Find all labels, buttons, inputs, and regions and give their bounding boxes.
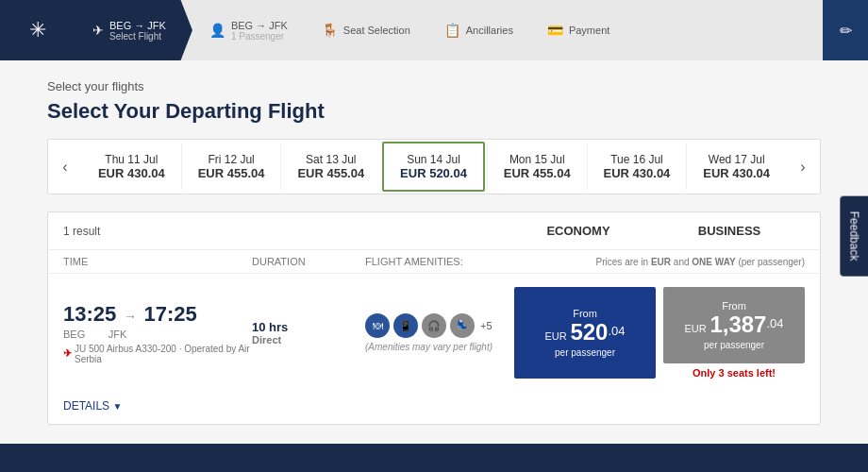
date-price-0: EUR 430.04 [90,166,174,180]
feedback-label: Feedback [848,211,861,261]
logo: ✳ [0,0,75,60]
main-content: Select your flights Select Your Departin… [0,60,868,444]
business-from-label: From [673,300,795,312]
footer: Book My trips Check-in Explore Flight sc… [0,444,868,472]
ancillaries-icon: 📋 [444,23,460,38]
date-price-5: EUR 430.04 [595,166,679,180]
date-carousel: ‹ Thu 11 Jul EUR 430.04 Fri 12 Jul EUR 4… [47,139,821,194]
date-price-4: EUR 455.04 [495,166,579,180]
price-note: Prices are in EUR and ONE WAY (per passe… [596,257,805,267]
date-day-5: Tue 16 Jul [595,153,679,166]
business-eur-label: EUR [684,323,706,334]
step-passengers[interactable]: 👤 BEG → JFK 1 Passenger [192,0,305,60]
step-payment[interactable]: 💳 Payment [530,0,626,60]
air-serbia-logo: ✈ [63,347,72,360]
business-price-main: 1,387 [709,312,766,337]
depart-time: 13:25 [63,302,116,326]
arrow-icon: → [124,309,137,324]
amenity-icon-3: 💺 [450,313,475,338]
feedback-tab[interactable]: Feedback [841,196,868,277]
date-price-1: EUR 455.04 [190,166,274,180]
seat-icon: 🪑 [322,23,338,38]
flight-info: JU 500 Airbus A330-200 · Operated by Air… [75,344,252,364]
step-ancillaries[interactable]: 📋 Ancillaries [427,0,530,60]
economy-per-pax: per passenger [524,347,646,358]
amenity-icon-1: 📱 [393,313,418,338]
details-row[interactable]: DETAILS ▼ [48,392,820,424]
logo-icon: ✳ [29,18,46,42]
date-item-2[interactable]: Sat 13 Jul EUR 455.04 [280,143,380,190]
date-price-2: EUR 455.04 [289,166,373,180]
step-select-flight[interactable]: ✈ BEG → JFK Select Flight [75,0,192,60]
top-navigation: ✳ ✈ BEG → JFK Select Flight 👤 BEG → JFK … [0,0,868,60]
details-label: DETAILS [63,399,109,413]
date-day-0: Thu 11 Jul [90,153,174,166]
date-day-3: Sun 14 Jul [392,153,476,166]
results-area: 1 result ECONOMY BUSINESS TIME DURATION … [47,211,821,425]
amenities-col-header: FLIGHT AMENITIES: [365,256,596,267]
edit-button[interactable]: ✏ [823,0,868,60]
flight-stops: Direct [252,334,365,346]
business-class-label: BUSINESS [654,224,805,238]
date-price-6: EUR 430.04 [694,166,778,180]
date-price-3: EUR 520.04 [392,166,476,180]
arrive-time: 17:25 [144,302,197,326]
duration-time: 10 hrs [252,320,365,334]
price-buttons: From EUR 520.04 per passenger From EUR 1… [514,287,805,379]
ancillaries-label: Ancillaries [466,25,513,36]
passengers-label: BEG → JFK [231,20,288,31]
date-item-1[interactable]: Fri 12 Jul EUR 455.04 [181,143,281,190]
plane-icon: ✈ [92,23,104,38]
time-col-header: TIME [63,256,252,267]
pencil-icon: ✏ [840,22,852,40]
results-subheader: TIME DURATION FLIGHT AMENITIES: Prices a… [48,250,820,274]
flight-amenities: 🍽 📱 🎧 💺 +5 (Amenities may vary per fligh… [365,313,514,352]
date-item-3[interactable]: Sun 14 Jul EUR 520.04 [382,142,485,192]
date-item-5[interactable]: Tue 16 Jul EUR 430.04 [587,143,687,190]
flight-times: 13:25 → 17:25 BEG JFK ✈ JU 500 Airbus A3… [63,302,252,364]
date-day-6: Wed 17 Jul [694,153,778,166]
flight-airline: ✈ JU 500 Airbus A330-200 · Operated by A… [63,344,252,364]
date-item-0[interactable]: Thu 11 Jul EUR 430.04 [82,143,181,190]
arrive-airport: JFK [108,329,127,340]
passengers-count: 1 Passenger [231,31,288,42]
amenity-icon-0: 🍽 [365,313,390,338]
flight-duration: 10 hrs Direct [252,320,365,346]
economy-eur-label: EUR [544,330,566,342]
step-seat-selection[interactable]: 🪑 Seat Selection [305,0,427,60]
business-price-button[interactable]: From EUR 1,387.04 per passenger [663,287,805,363]
date-day-2: Sat 13 Jul [289,153,373,166]
price-area: From EUR 520.04 per passenger From EUR 1… [514,287,805,379]
depart-airport: BEG [63,329,85,340]
passengers-icon: 👤 [209,23,225,38]
steps-bar: ✈ BEG → JFK Select Flight 👤 BEG → JFK 1 … [75,0,823,60]
payment-label: Payment [569,25,609,36]
select-flights-label: Select your flights [47,79,821,93]
amenity-note: (Amenities may vary per flight) [365,342,514,352]
economy-price-cents: .04 [608,324,625,338]
amenity-more: +5 [480,320,492,331]
date-item-4[interactable]: Mon 15 Jul EUR 455.04 [487,143,587,190]
payment-icon: 💳 [547,23,563,38]
date-day-1: Fri 12 Jul [190,153,274,166]
economy-price-main: 520 [570,319,608,345]
economy-class-label: ECONOMY [503,224,654,238]
step-sublabel: Select Flight [109,31,166,42]
seat-label: Seat Selection [343,25,410,36]
departing-title: Select Your Departing Flight [47,99,821,124]
date-item-6[interactable]: Wed 17 Jul EUR 430.04 [686,143,786,190]
duration-col-header: DURATION [252,256,365,267]
amenity-icon-2: 🎧 [422,313,446,338]
business-per-pax: per passenger [673,340,795,350]
results-count: 1 result [63,225,503,238]
economy-price-button[interactable]: From EUR 520.04 per passenger [514,287,656,379]
details-arrow-icon: ▼ [112,401,122,412]
carousel-prev-button[interactable]: ‹ [48,141,82,194]
seats-left: Only 3 seats left! [693,367,776,379]
results-header: 1 result ECONOMY BUSINESS [48,212,820,250]
amenity-icons: 🍽 📱 🎧 💺 +5 [365,313,514,338]
date-day-4: Mon 15 Jul [495,153,579,166]
flight-airports: BEG JFK [63,329,252,340]
flight-row: 13:25 → 17:25 BEG JFK ✈ JU 500 Airbus A3… [48,274,820,392]
carousel-next-button[interactable]: › [786,141,820,194]
